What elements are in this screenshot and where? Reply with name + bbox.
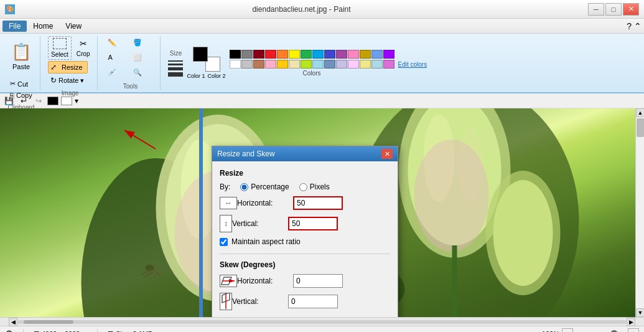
horizontal-resize-input[interactable] xyxy=(293,196,343,210)
palette-cornblue[interactable] xyxy=(371,50,383,59)
palette-pink[interactable] xyxy=(348,50,359,59)
palette-gray[interactable] xyxy=(241,50,253,59)
tools-group: ✏️ 🪣 A ⬜ 💉 🔍 Tools xyxy=(100,36,161,90)
size-line-4[interactable] xyxy=(168,72,183,77)
undo-button[interactable]: ↩ xyxy=(17,95,30,107)
scroll-thumb-h[interactable] xyxy=(24,320,73,324)
palette-red[interactable] xyxy=(265,50,276,59)
text-button[interactable]: A xyxy=(105,52,129,62)
palette-palecyan[interactable] xyxy=(371,60,383,69)
scroll-thumb-v[interactable] xyxy=(637,118,644,137)
vertical-skew-input[interactable] xyxy=(288,295,338,308)
app-icon: 🎨 xyxy=(5,4,15,14)
resize-button[interactable]: Resize xyxy=(59,62,85,72)
resize-section-label: Resize xyxy=(220,169,390,178)
palette-khaki[interactable] xyxy=(360,60,371,69)
horizontal-skew-icon xyxy=(220,275,237,287)
select-button[interactable]: Select xyxy=(48,36,72,60)
crop-button[interactable]: ✂ Crop xyxy=(74,37,93,59)
background-color-quick[interactable] xyxy=(61,97,72,105)
minimize-button[interactable]: ─ xyxy=(588,3,604,16)
vertical-scrollbar[interactable]: ▲ ▼ xyxy=(635,108,644,317)
size-line-1[interactable] xyxy=(168,60,183,62)
scroll-left-button[interactable]: ◀ xyxy=(9,318,17,326)
magnify-button[interactable]: 🔍 xyxy=(131,67,155,78)
menu-view[interactable]: View xyxy=(59,21,88,32)
colorpick-button[interactable]: 💉 xyxy=(105,67,129,78)
window-title: diendanbaclieu.net.jpg - Paint xyxy=(15,5,588,14)
fill-button[interactable]: 🪣 xyxy=(131,37,155,48)
zoom-slider-thumb[interactable] xyxy=(610,330,618,333)
cut-icon: ✂ xyxy=(10,80,16,88)
zoom-out-button[interactable]: − xyxy=(562,328,573,333)
palette-orange[interactable] xyxy=(277,50,288,59)
help-icon[interactable]: ? xyxy=(627,21,632,31)
palette-cream[interactable] xyxy=(289,60,300,69)
zoom-percent: 100% xyxy=(542,330,559,333)
palette-orchid[interactable] xyxy=(383,60,394,69)
palette-white[interactable] xyxy=(230,60,241,69)
maintain-aspect-checkbox[interactable] xyxy=(220,238,228,246)
cut-label: Cut xyxy=(17,80,28,88)
palette-lightgray[interactable] xyxy=(241,60,253,69)
status-bar: ⊕ ⊡ 4000 × 3000px ⊡ Size: 2,1MB 100% − + xyxy=(0,326,644,332)
size-line-2[interactable] xyxy=(168,64,183,65)
palette-violet[interactable] xyxy=(383,50,394,59)
vertical-resize-icon xyxy=(220,215,232,232)
size-line-3[interactable] xyxy=(168,67,183,70)
zoom-controls: 100% − + xyxy=(542,328,639,333)
eraser-button[interactable]: ⬜ xyxy=(131,52,155,63)
add-icon[interactable]: ⊕ xyxy=(5,328,13,332)
menu-file[interactable]: File xyxy=(2,21,27,32)
palette-yellow[interactable] xyxy=(289,50,300,59)
redo-button[interactable]: ↪ xyxy=(32,95,45,107)
horizontal-scrollbar[interactable]: ◀ ▶ xyxy=(0,317,644,326)
palette-lightpink[interactable] xyxy=(265,60,276,69)
palette-blue[interactable] xyxy=(324,50,335,59)
zoom-in-button[interactable]: + xyxy=(628,328,639,333)
palette-steelblue[interactable] xyxy=(324,60,335,69)
palette-lavender[interactable] xyxy=(336,60,347,69)
palette-brown[interactable] xyxy=(253,60,264,69)
palette-gold[interactable] xyxy=(360,50,371,59)
cut-button[interactable]: ✂ Cut xyxy=(7,78,35,89)
size-group: Size xyxy=(168,50,183,77)
palette-lilac[interactable] xyxy=(348,60,359,69)
maximize-button[interactable]: □ xyxy=(605,3,622,16)
edit-colors-button[interactable]: Edit colors xyxy=(398,61,427,68)
vertical-skew-row: Vertical: xyxy=(220,293,390,310)
palette-black[interactable] xyxy=(230,50,241,59)
palette-lime[interactable] xyxy=(301,60,312,69)
palette-skyblue[interactable] xyxy=(312,60,324,69)
scroll-down-button[interactable]: ▼ xyxy=(636,308,644,317)
scroll-track-v xyxy=(636,117,644,308)
color1-swatch[interactable] xyxy=(193,47,208,62)
window-controls[interactable]: ─ □ ✕ xyxy=(588,3,639,16)
dropdown-arrow-icon[interactable]: ▾ xyxy=(75,97,78,105)
foreground-color-quick[interactable] xyxy=(47,97,58,105)
palette-lightblue[interactable] xyxy=(312,50,324,59)
palette-green[interactable] xyxy=(301,50,312,59)
scroll-up-button[interactable]: ▲ xyxy=(636,108,644,117)
dialog-close-button[interactable]: ✕ xyxy=(381,149,393,159)
percentage-radio[interactable]: Percentage xyxy=(240,183,289,191)
palette-amber[interactable] xyxy=(277,60,288,69)
pencil-button[interactable]: ✏️ xyxy=(105,37,129,48)
collapse-ribbon-icon[interactable]: ⌃ xyxy=(634,21,642,31)
vertical-resize-label: Vertical: xyxy=(232,219,288,228)
menu-home[interactable]: Home xyxy=(27,21,59,32)
dialog-titlebar: Resize and Skew ✕ xyxy=(212,146,398,161)
vertical-resize-input[interactable] xyxy=(288,217,338,230)
add-button[interactable]: ⊕ xyxy=(5,328,13,332)
close-button[interactable]: ✕ xyxy=(623,3,639,16)
palette-darkred[interactable] xyxy=(253,50,264,59)
rotate-button[interactable]: ↻ Rotate ▾ xyxy=(48,75,86,86)
save-quick-button[interactable]: 💾 xyxy=(2,95,15,107)
horizontal-skew-input[interactable] xyxy=(293,274,343,288)
scroll-right-button[interactable]: ▶ xyxy=(627,318,635,326)
by-label: By: xyxy=(220,183,230,191)
pixels-radio[interactable]: Pixels xyxy=(299,183,330,191)
paste-button[interactable]: 📋 Paste xyxy=(7,36,35,76)
color1-label: Color 1 xyxy=(187,73,205,79)
palette-purple[interactable] xyxy=(336,50,347,59)
